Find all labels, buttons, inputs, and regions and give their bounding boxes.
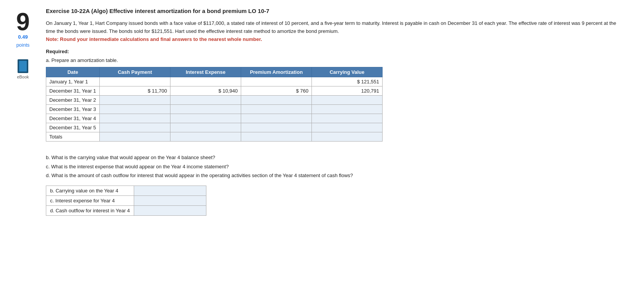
table-row-date-2: December 31, Year 2: [46, 96, 100, 105]
carrying-value-input-4[interactable]: [312, 114, 383, 123]
answer-label-1: c. Interest expense for Year 4: [46, 195, 134, 205]
interest-expense-field-4[interactable]: [174, 116, 238, 121]
premium-amort-input-3[interactable]: [241, 105, 312, 114]
interest-expense-input-3[interactable]: [170, 105, 241, 114]
premium-amort-input-5[interactable]: [241, 123, 312, 132]
cash-payment-field-4[interactable]: [103, 116, 167, 121]
premium-amort-input-6[interactable]: [241, 132, 312, 142]
premium-amort-field-6[interactable]: [244, 134, 308, 140]
answer-label-0: b. Carrying value on the Year 4: [46, 186, 134, 195]
table-row-date-6: Totals: [46, 132, 100, 142]
answer-input-cell-2[interactable]: [134, 205, 206, 215]
cash-payment-field-3[interactable]: [103, 106, 167, 112]
carrying-value-field-3[interactable]: [315, 106, 379, 112]
cash-payment-value-1: $ 11,700: [100, 86, 170, 96]
carrying-value-field-6[interactable]: [315, 134, 379, 140]
premium-amort-input-2[interactable]: [241, 96, 312, 105]
col-header-carrying: Carrying Value: [312, 67, 383, 77]
carrying-value-value-0: $ 121,551: [312, 77, 383, 86]
interest-expense-value-0: [170, 77, 241, 86]
carrying-value-input-5[interactable]: [312, 123, 383, 132]
premium-amort-field-4[interactable]: [244, 116, 308, 121]
premium-amort-field-2[interactable]: [244, 97, 308, 103]
cash-payment-input-3[interactable]: [100, 105, 170, 114]
points-label: points: [16, 42, 30, 48]
cash-payment-field-6[interactable]: [103, 134, 167, 140]
main-content: Exercise 10-22A (Algo) Effective interes…: [46, 8, 619, 216]
col-header-interest: Interest Expense: [170, 67, 241, 77]
cash-payment-value-0: [100, 77, 170, 86]
premium-amort-field-5[interactable]: [244, 125, 308, 130]
page-wrapper: 9 0.49 points eBook Exercise 10-22A (Alg…: [8, 8, 619, 216]
premium-amort-input-4[interactable]: [241, 114, 312, 123]
answer-input-1[interactable]: [138, 198, 202, 204]
carrying-value-field-4[interactable]: [315, 116, 379, 121]
cash-payment-input-5[interactable]: [100, 123, 170, 132]
question-c: c. What is the interest expense that wou…: [46, 162, 619, 171]
cash-payment-field-2[interactable]: [103, 97, 167, 103]
table-row-date-5: December 31, Year 5: [46, 123, 100, 132]
question-d: d. What is the amount of cash outflow fo…: [46, 171, 619, 180]
carrying-value-input-2[interactable]: [312, 96, 383, 105]
table-row-date-1: December 31, Year 1: [46, 86, 100, 96]
interest-expense-input-2[interactable]: [170, 96, 241, 105]
ebook-label: eBook: [17, 75, 29, 79]
carrying-value-field-5[interactable]: [315, 125, 379, 130]
required-label: Required:: [46, 49, 619, 54]
interest-expense-input-4[interactable]: [170, 114, 241, 123]
table-row-date-0: January 1, Year 1: [46, 77, 100, 86]
description-paragraph: On January 1, Year 1, Hart Company issue…: [46, 20, 616, 34]
answer-input-0[interactable]: [138, 188, 202, 194]
premium-amort-value-1: $ 760: [241, 86, 312, 96]
points-value: 0.49: [18, 34, 28, 40]
interest-expense-input-6[interactable]: [170, 132, 241, 142]
exercise-title: Exercise 10-22A (Algo) Effective interes…: [46, 8, 619, 14]
table-row-date-3: December 31, Year 3: [46, 105, 100, 114]
left-sidebar: 9 0.49 points eBook: [8, 8, 38, 216]
note-text: Note: Round your intermediate calculatio…: [46, 36, 262, 42]
questions-text: b. What is the carrying value that would…: [46, 153, 619, 180]
col-header-cash: Cash Payment: [100, 67, 170, 77]
carrying-value-value-1: 120,791: [312, 86, 383, 96]
col-header-date: Date: [46, 67, 100, 77]
cash-payment-input-6[interactable]: [100, 132, 170, 142]
carrying-value-input-6[interactable]: [312, 132, 383, 142]
amortization-table: Date Cash Payment Interest Expense Premi…: [46, 67, 383, 142]
col-header-premium: Premium Amortization: [241, 67, 312, 77]
answer-input-cell-1[interactable]: [134, 195, 206, 205]
question-b: b. What is the carrying value that would…: [46, 153, 619, 162]
interest-expense-field-6[interactable]: [174, 134, 238, 140]
ebook-wrapper[interactable]: eBook: [17, 59, 29, 79]
answer-table: b. Carrying value on the Year 4c. Intere…: [46, 186, 206, 216]
interest-expense-field-2[interactable]: [174, 97, 238, 103]
interest-expense-field-3[interactable]: [174, 106, 238, 112]
question-number: 9: [16, 10, 30, 34]
answer-input-2[interactable]: [138, 208, 202, 213]
table-row-date-4: December 31, Year 4: [46, 114, 100, 123]
cash-payment-input-2[interactable]: [100, 96, 170, 105]
part-a-label: a. Prepare an amortization table.: [46, 57, 619, 63]
answer-label-2: d. Cash outflow for interest in Year 4: [46, 205, 134, 215]
interest-expense-input-5[interactable]: [170, 123, 241, 132]
answer-input-cell-0[interactable]: [134, 186, 206, 195]
description-text: On January 1, Year 1, Hart Company issue…: [46, 20, 619, 43]
interest-expense-value-1: $ 10,940: [170, 86, 241, 96]
cash-payment-input-4[interactable]: [100, 114, 170, 123]
ebook-icon: [18, 59, 28, 73]
premium-amort-field-3[interactable]: [244, 106, 308, 112]
premium-amort-value-0: [241, 77, 312, 86]
cash-payment-field-5[interactable]: [103, 125, 167, 130]
carrying-value-input-3[interactable]: [312, 105, 383, 114]
carrying-value-field-2[interactable]: [315, 97, 379, 103]
interest-expense-field-5[interactable]: [174, 125, 238, 130]
